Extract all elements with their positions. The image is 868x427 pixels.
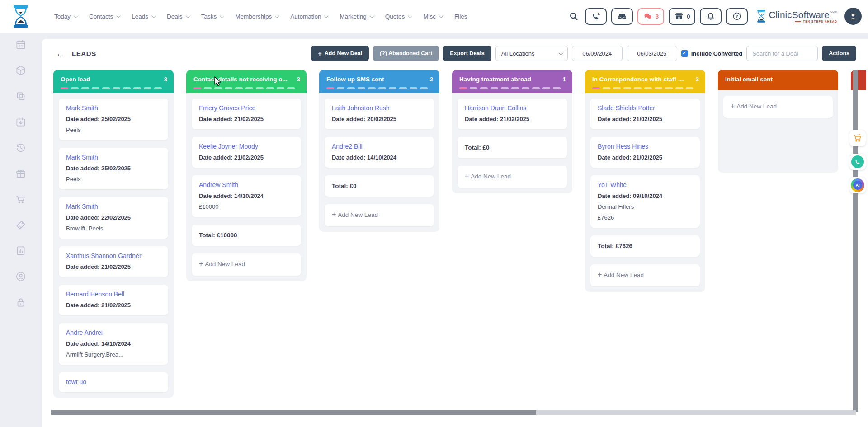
- include-converted-toggle[interactable]: Include Converted: [681, 50, 742, 57]
- lock-icon[interactable]: [15, 296, 27, 308]
- copy-icon[interactable]: [15, 90, 27, 102]
- vertical-scrollbar[interactable]: [853, 70, 858, 412]
- actions-button[interactable]: Actions: [822, 46, 856, 61]
- abandoned-cart-button[interactable]: (?) Abandoned Cart: [373, 46, 439, 61]
- add-new-lead-button[interactable]: +Add New Lead: [458, 166, 567, 188]
- lead-card[interactable]: Andre2 BillDate added: 14/10/2024: [325, 137, 434, 168]
- cart-icon[interactable]: [15, 193, 27, 205]
- lead-card[interactable]: Mark SmithDate added: 25/02/2025Peels: [59, 99, 168, 140]
- chat-button[interactable]: 3: [637, 8, 664, 25]
- add-new-lead-button[interactable]: +Add New Lead: [723, 96, 833, 118]
- bell-icon: [706, 12, 715, 21]
- progress-dash: [266, 87, 274, 89]
- page-title: LEADS: [72, 50, 96, 57]
- horizontal-scrollbar-thumb[interactable]: [51, 410, 536, 415]
- nav-item-misc[interactable]: Misc: [423, 13, 442, 20]
- lead-name-link: YoT White: [598, 181, 693, 189]
- progress-dash: [634, 87, 642, 89]
- back-arrow-icon[interactable]: ←: [56, 49, 65, 58]
- calendar-icon[interactable]: 12: [15, 39, 27, 51]
- progress-dash: [347, 87, 355, 89]
- ai-float-button[interactable]: AI: [849, 177, 866, 193]
- nav-item-tasks[interactable]: Tasks: [201, 13, 223, 20]
- column-header[interactable]: Initial email sent: [718, 70, 838, 90]
- date-from-input[interactable]: [572, 46, 623, 61]
- lead-card[interactable]: Bernard Henson BellDate added: 21/02/202…: [59, 285, 168, 315]
- history-icon[interactable]: [15, 142, 27, 154]
- report-icon[interactable]: [15, 245, 27, 257]
- ticket-icon[interactable]: [15, 219, 27, 231]
- clinicsoftware-logo-icon[interactable]: [11, 5, 31, 28]
- locations-select[interactable]: All Locations: [495, 46, 568, 61]
- progress-dash: [480, 87, 488, 89]
- nav-item-label: Deals: [167, 13, 183, 20]
- svg-text:?: ?: [736, 14, 739, 19]
- add-new-lead-button[interactable]: +Add New Lead: [590, 264, 700, 286]
- package-icon[interactable]: [15, 65, 27, 76]
- nav-item-memberships[interactable]: Memberships: [235, 13, 278, 20]
- search-deal-input[interactable]: [746, 46, 818, 61]
- chevron-down-icon: [439, 14, 443, 18]
- lead-card[interactable]: Mark SmithDate added: 22/02/2025Browlift…: [59, 197, 168, 239]
- add-new-deal-button[interactable]: +Add New Deal: [311, 46, 369, 61]
- lead-card[interactable]: Andre AndreiDate added: 14/10/2024Armlif…: [59, 323, 168, 365]
- add-new-lead-button[interactable]: +Add New Lead: [192, 253, 301, 276]
- date-to-input[interactable]: [627, 46, 677, 61]
- nav-item-automation[interactable]: Automation: [290, 13, 327, 20]
- avatar[interactable]: [844, 8, 862, 25]
- column-header[interactable]: Having treatment abroad1: [452, 70, 572, 93]
- lead-card[interactable]: Xanthus Shannon GardnerDate added: 21/02…: [59, 246, 168, 277]
- column-header[interactable]: In Correspondence with staff me...3: [585, 70, 705, 93]
- search-icon[interactable]: [567, 9, 580, 23]
- nav-item-label: Today: [54, 13, 71, 20]
- column-header[interactable]: Follow up SMS sent2: [319, 70, 439, 93]
- lead-card[interactable]: Mark SmithDate added: 25/02/2025Peels: [59, 148, 168, 189]
- lead-card[interactable]: Andrew SmithDate added: 14/10/2024£10000: [192, 175, 301, 217]
- plus-icon: +: [731, 102, 735, 110]
- header-controls: +Add New Deal (?) Abandoned Cart Export …: [311, 46, 856, 61]
- progress-dash: [144, 87, 151, 89]
- checkbox-checked-icon[interactable]: [681, 50, 688, 57]
- column-header[interactable]: Open lead8: [53, 70, 174, 93]
- person-badge-icon[interactable]: [15, 271, 27, 282]
- nav-item-contacts[interactable]: Contacts: [89, 13, 119, 20]
- help-button[interactable]: ?: [726, 8, 748, 25]
- lead-name-link: Mark Smith: [66, 202, 161, 211]
- calendar-download-icon[interactable]: [15, 116, 27, 128]
- lead-card[interactable]: YoT WhiteDate added: 09/10/2024Dermal Fi…: [590, 175, 700, 228]
- column-header[interactable]: Contact details not receiving o...3: [186, 70, 307, 93]
- nav-item-leads[interactable]: Leads: [132, 13, 155, 20]
- nav-item-files[interactable]: Files: [454, 13, 467, 20]
- phone-float-button[interactable]: [849, 154, 866, 170]
- lead-card[interactable]: Harrison Dunn CollinsDate added: 21/02/2…: [458, 99, 567, 129]
- nav-item-today[interactable]: Today: [54, 13, 77, 20]
- column-count-badge: 8: [164, 76, 167, 83]
- inbox-button[interactable]: [611, 8, 633, 25]
- progress-dash: [686, 87, 693, 89]
- cart-float-button[interactable]: [849, 130, 866, 146]
- phone-button[interactable]: [585, 8, 607, 25]
- progress-dash: [399, 87, 407, 89]
- nav-item-quotes[interactable]: Quotes: [385, 13, 411, 20]
- chat-icon: [643, 12, 653, 21]
- add-new-lead-button[interactable]: +Add New Lead: [325, 204, 434, 226]
- lead-date: Date added: 14/10/2024: [66, 339, 161, 348]
- horizontal-scrollbar-track[interactable]: [51, 410, 856, 415]
- lead-name-link: Keelie Joyner Moody: [199, 142, 294, 151]
- lead-card[interactable]: Keelie Joyner MoodyDate added: 21/02/202…: [192, 137, 301, 168]
- lead-card[interactable]: Emery Graves PriceDate added: 21/02/2025: [192, 99, 301, 129]
- lead-card[interactable]: tewt uo: [59, 372, 168, 392]
- notifications-button[interactable]: [700, 8, 722, 25]
- nav-item-marketing[interactable]: Marketing: [340, 13, 373, 20]
- pos-button[interactable]: 0: [669, 8, 695, 25]
- lead-card[interactable]: Byron Hess HinesDate added: 21/02/2025: [590, 137, 700, 168]
- nav-item-deals[interactable]: Deals: [167, 13, 189, 20]
- column-body: +Add New Lead: [718, 90, 838, 173]
- lead-card[interactable]: Laith Johnston RushDate added: 20/02/202…: [325, 99, 434, 129]
- export-deals-button[interactable]: Export Deals: [443, 46, 491, 61]
- clinicsoftware-wordmark[interactable]: ClinicSoftware.com TEN STEPS AHEAD: [756, 9, 837, 23]
- gift-icon[interactable]: [15, 168, 27, 179]
- floating-action-rail: AI: [849, 130, 866, 193]
- phone-icon: [851, 155, 864, 168]
- lead-card[interactable]: Slade Shields PotterDate added: 21/02/20…: [590, 99, 700, 129]
